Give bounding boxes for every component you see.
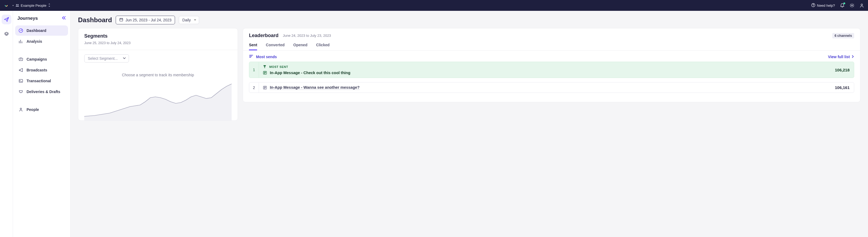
sidebar-item-analysis[interactable]: Analysis xyxy=(15,36,68,46)
sidebar-item-people[interactable]: People xyxy=(15,104,68,115)
notifications-button[interactable] xyxy=(840,3,845,8)
tag-icon xyxy=(19,57,23,62)
gauge-icon xyxy=(19,28,23,33)
sidebar-item-deliveries[interactable]: Deliveries & Drafts xyxy=(15,87,68,97)
help-link[interactable]: Need help? xyxy=(811,3,835,8)
leaderboard-tabs: Sent Converted Opened Clicked xyxy=(243,41,860,50)
frequency-select[interactable]: Daily xyxy=(179,16,199,24)
message-icon xyxy=(263,71,267,75)
leaderboard-date-range: June 24, 2023 to July 23, 2023 xyxy=(283,34,331,38)
tab-converted[interactable]: Converted xyxy=(266,43,284,50)
sidebar-item-broadcasts[interactable]: Broadcasts xyxy=(15,65,68,75)
tab-clicked[interactable]: Clicked xyxy=(316,43,330,50)
leaderboard-tag-text: MOST SENT xyxy=(269,65,288,68)
sidebar-item-label: Broadcasts xyxy=(27,68,47,72)
people-icon xyxy=(16,3,19,8)
svg-rect-11 xyxy=(120,19,123,21)
chevrons-left-icon xyxy=(62,16,66,20)
user-icon xyxy=(19,107,23,112)
segments-date-range: June 25, 2023 to July 24, 2023 xyxy=(84,41,231,45)
leaderboard-card: Leaderboard June 24, 2023 to July 23, 20… xyxy=(243,28,860,102)
settings-button[interactable] xyxy=(849,3,855,8)
up-down-icon xyxy=(48,3,51,8)
sidebar-item-label: Dashboard xyxy=(27,28,46,33)
sidebar: Journeys Dashboard Analysis xyxy=(13,11,70,237)
segment-select-placeholder: Select Segment... xyxy=(88,56,118,61)
sidebar-item-label: People xyxy=(27,107,39,112)
segments-chart xyxy=(84,80,231,121)
dirty-indicator: • xyxy=(12,3,14,8)
svg-point-4 xyxy=(851,5,853,6)
segments-hint: Choose a segment to track its membership xyxy=(84,73,231,77)
notification-badge xyxy=(843,2,845,4)
channels-chip[interactable]: 6 channels xyxy=(832,33,854,38)
svg-point-10 xyxy=(20,108,22,109)
gear-icon xyxy=(849,3,855,8)
sidebar-item-label: Deliveries & Drafts xyxy=(27,90,60,94)
nav-list-secondary: Campaigns Broadcasts Transactional Deliv… xyxy=(15,54,68,97)
rail-journeys[interactable] xyxy=(2,14,11,24)
section-label-text: Most sends xyxy=(256,55,277,59)
view-full-list-link[interactable]: View full list xyxy=(828,55,854,59)
leaderboard-name-text: In-App Message - Wanna see another messa… xyxy=(270,85,360,90)
svg-rect-9 xyxy=(19,79,23,82)
leaderboard-tag: MOST SENT xyxy=(263,65,820,69)
date-range-label: Jun 25, 2023 - Jul 24, 2023 xyxy=(125,18,172,22)
view-full-label: View full list xyxy=(828,55,850,59)
lotus-icon xyxy=(4,4,9,7)
date-range-picker[interactable]: Jun 25, 2023 - Jul 24, 2023 xyxy=(116,16,175,24)
sidebar-item-label: Analysis xyxy=(27,39,42,43)
nav-list-primary: Dashboard Analysis xyxy=(15,26,68,46)
trophy-icon xyxy=(263,65,267,69)
leaderboard-table: 1 MOST SENT xyxy=(243,62,860,102)
sidebar-item-label: Campaigns xyxy=(27,57,47,61)
sidebar-item-transactional[interactable]: Transactional xyxy=(15,76,68,86)
terminal-icon xyxy=(19,78,23,83)
leaderboard-rank: 1 xyxy=(249,62,259,78)
nav-rail xyxy=(0,11,13,237)
sidebar-item-campaigns[interactable]: Campaigns xyxy=(15,54,68,64)
tab-opened[interactable]: Opened xyxy=(293,43,308,50)
leaderboard-title: Leaderboard xyxy=(249,33,279,38)
sidebar-item-label: Transactional xyxy=(27,79,51,83)
leaderboard-name-text: In-App Message - Check out this cool thi… xyxy=(270,71,350,75)
svg-point-8 xyxy=(21,59,22,60)
bar-chart-icon xyxy=(19,39,23,44)
help-label: Need help? xyxy=(817,3,835,8)
workspace-switcher[interactable]: • Example People xyxy=(12,3,51,8)
calendar-icon xyxy=(119,18,123,23)
collapse-sidebar-button[interactable] xyxy=(62,16,66,21)
leaderboard-value: 106,161 xyxy=(824,82,854,93)
app-logo xyxy=(4,4,9,7)
sidebar-item-dashboard[interactable]: Dashboard xyxy=(15,26,68,36)
workspace-name: Example People xyxy=(21,3,46,8)
page-title: Dashboard xyxy=(78,16,112,24)
message-icon xyxy=(263,86,267,90)
nav-list-tertiary: People xyxy=(15,104,68,115)
app-header: • Example People Need help? xyxy=(0,0,868,11)
sidebar-title: Journeys xyxy=(17,16,38,21)
sort-icon xyxy=(249,55,253,59)
leaderboard-value: 106,218 xyxy=(824,62,854,78)
account-button[interactable] xyxy=(859,3,864,8)
rail-layers[interactable] xyxy=(2,29,11,39)
svg-point-1 xyxy=(17,4,19,5)
chevron-right-icon xyxy=(851,55,854,59)
segment-select[interactable]: Select Segment... xyxy=(84,55,129,63)
svg-point-3 xyxy=(813,6,813,6)
leaderboard-row[interactable]: 2 In-App Message - Wanna see another mes… xyxy=(249,82,854,93)
page-header: Dashboard Jun 25, 2023 - Jul 24, 2023 Da… xyxy=(78,16,860,24)
inbox-icon xyxy=(19,89,23,94)
megaphone-icon xyxy=(19,68,23,72)
leaderboard-row[interactable]: 1 MOST SENT xyxy=(249,62,854,78)
frequency-value: Daily xyxy=(182,18,191,22)
leaderboard-rank: 2 xyxy=(249,82,259,93)
tab-sent[interactable]: Sent xyxy=(249,43,257,50)
svg-point-0 xyxy=(16,4,17,5)
paper-plane-icon xyxy=(4,17,9,22)
leaderboard-name: In-App Message - Wanna see another messa… xyxy=(263,85,820,90)
user-icon xyxy=(859,3,864,8)
layers-icon xyxy=(4,31,9,37)
leaderboard-section-label: Most sends xyxy=(249,55,277,59)
main-content: Dashboard Jun 25, 2023 - Jul 24, 2023 Da… xyxy=(70,11,868,237)
